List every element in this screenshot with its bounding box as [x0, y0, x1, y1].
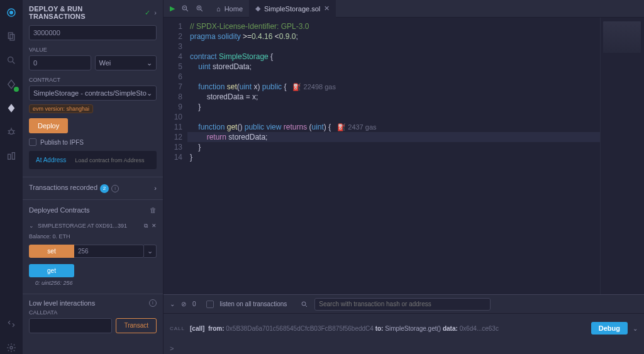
chevron-down-icon: ⌄ [147, 59, 152, 67]
svg-rect-13 [12, 153, 14, 160]
at-address-button[interactable]: At Address [31, 153, 71, 167]
gas-limit-input[interactable]: 3000000 [29, 25, 157, 40]
chevron-right-icon[interactable]: › [154, 9, 157, 16]
transactions-recorded-section[interactable]: Transactions recorded2i › [23, 177, 163, 199]
solidity-icon: ◆ [255, 4, 260, 13]
value-label: VALUE [29, 47, 157, 53]
chevron-down-icon: ⌄ [147, 89, 152, 97]
calldata-input[interactable] [29, 318, 112, 333]
check-icon: ✓ [145, 9, 150, 17]
terminal-search-input[interactable] [314, 298, 491, 311]
evm-version-badge: evm version: shanghai [29, 104, 93, 113]
tab-home-label: Home [225, 5, 243, 13]
collapse-icon[interactable]: ⌄ [170, 301, 175, 307]
listen-checkbox[interactable] [206, 301, 214, 308]
tab-home[interactable]: ⌂ Home [210, 0, 249, 18]
info-icon[interactable]: i [149, 299, 157, 307]
zoom-out-icon[interactable] [181, 4, 189, 13]
file-icon[interactable] [5, 30, 18, 43]
svg-rect-12 [8, 154, 11, 159]
search-icon[interactable] [301, 301, 308, 308]
code-body[interactable]: // SPDX-License-Identifier: GPL-3.0pragm… [187, 18, 600, 294]
value-unit-label: Wei [99, 59, 111, 67]
log-type-tag: CALL [170, 326, 185, 331]
svg-point-1 [10, 11, 13, 14]
tab-file[interactable]: ◆ SimpleStorage.sol ✕ [249, 0, 336, 18]
settings-icon[interactable] [5, 341, 18, 354]
log-text: [call] from: 0x5B38Da6a701c568545dCfcB03… [190, 325, 586, 332]
zoom-in-icon[interactable] [196, 4, 204, 13]
close-icon[interactable]: ✕ [152, 223, 157, 229]
svg-line-10 [8, 133, 9, 133]
svg-line-23 [306, 305, 308, 307]
info-icon: i [111, 185, 119, 192]
copy-icon[interactable]: ⧉ [144, 223, 148, 230]
home-icon: ⌂ [216, 5, 221, 13]
terminal-prompt[interactable]: > [164, 343, 644, 354]
publish-ipfs-checkbox[interactable]: Publish to IPFS [29, 138, 157, 146]
low-level-label: Low level interactions [29, 299, 95, 307]
panel-header: DEPLOY & RUN TRANSACTIONS ✓ › [23, 0, 163, 24]
contract-selected-label: SimpleStorage - contracts/SimpleSto [33, 89, 147, 97]
pending-count: 0 [192, 301, 196, 307]
contract-label: CONTRACT [29, 77, 157, 83]
svg-line-21 [201, 9, 203, 11]
fn-set-button[interactable]: set [29, 245, 74, 258]
debugger-icon[interactable] [5, 126, 18, 138]
deploy-icon[interactable] [5, 102, 18, 114]
fn-get-button[interactable]: get [29, 264, 74, 277]
instance-balance: Balance: 0. ETH [23, 232, 163, 243]
instance-label: SIMPLESTORAGE AT 0XD91...391 [38, 223, 140, 229]
svg-point-22 [302, 302, 306, 306]
transact-button[interactable]: Transact [116, 318, 157, 333]
fn-get-return: 0: uint256: 256 [23, 279, 163, 289]
clear-icon[interactable]: ⊘ [181, 301, 186, 307]
value-amount-input[interactable]: 0 [29, 55, 91, 70]
chevron-down-icon[interactable]: ⌄ [633, 325, 638, 332]
logo-icon[interactable] [5, 6, 18, 19]
iconbar [0, 0, 23, 354]
deployed-contracts-label: Deployed Contracts [29, 206, 90, 214]
trash-icon[interactable]: 🗑 [150, 206, 157, 214]
tx-count-badge: 2 [100, 184, 109, 193]
expand-icon[interactable]: ⌄ [144, 245, 157, 258]
compiler-icon[interactable] [5, 78, 18, 91]
svg-line-11 [13, 133, 14, 133]
chevron-down-icon: ⌄ [29, 223, 34, 229]
contract-select[interactable]: SimpleStorage - contracts/SimpleSto⌄ [29, 86, 157, 101]
tx-recorded-label: Transactions recorded [29, 184, 97, 191]
at-address-input[interactable] [75, 153, 155, 167]
contract-instance-row[interactable]: ⌄ SIMPLESTORAGE AT 0XD91...391 ⧉ ✕ [23, 220, 163, 232]
svg-point-4 [8, 57, 13, 62]
low-level-header: Low level interactions i [23, 294, 163, 309]
svg-point-14 [10, 346, 13, 349]
publish-ipfs-label: Publish to IPFS [40, 139, 84, 146]
svg-line-5 [13, 62, 14, 64]
listen-label: listen on all transactions [220, 301, 287, 307]
tab-bar: ▶ ⌂ Home ◆ SimpleStorage.sol ✕ [164, 0, 644, 18]
calldata-label: CALLDATA [23, 309, 163, 316]
connect-icon[interactable] [5, 318, 18, 330]
search-icon[interactable] [5, 54, 18, 67]
deploy-panel: DEPLOY & RUN TRANSACTIONS ✓ › 3000000 VA… [23, 0, 164, 354]
value-unit-select[interactable]: Wei⌄ [95, 55, 157, 70]
terminal-log-row[interactable]: CALL [call] from: 0x5B38Da6a701c568545dC… [164, 314, 644, 343]
deployed-contracts-header: Deployed Contracts 🗑 [23, 199, 163, 220]
svg-point-6 [9, 130, 14, 135]
fn-set-arg-input[interactable]: 256 [74, 245, 144, 258]
chevron-right-icon: › [154, 184, 157, 192]
main-area: ▶ ⌂ Home ◆ SimpleStorage.sol ✕ 123456789… [164, 0, 644, 354]
deploy-button[interactable]: Deploy [29, 118, 68, 133]
svg-line-9 [13, 130, 14, 131]
minimap[interactable] [600, 18, 644, 294]
terminal-toolbar: ⌄ ⊘ 0 listen on all transactions [164, 295, 644, 314]
checkbox-icon [29, 138, 36, 146]
plugin-icon[interactable] [5, 150, 18, 162]
code-editor[interactable]: 1234567891011121314 // SPDX-License-Iden… [164, 18, 644, 294]
panel-title: DEPLOY & RUN TRANSACTIONS [29, 5, 141, 20]
play-icon[interactable]: ▶ [170, 4, 175, 13]
close-icon[interactable]: ✕ [324, 4, 330, 13]
debug-button[interactable]: Debug [591, 322, 628, 335]
svg-line-8 [8, 130, 9, 131]
svg-line-17 [186, 9, 188, 11]
